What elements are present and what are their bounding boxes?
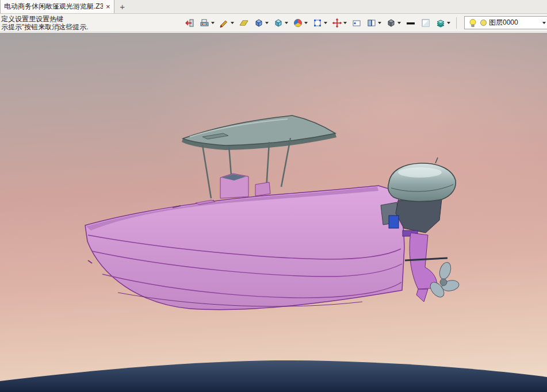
move-target-button[interactable] [330, 16, 349, 30]
render-icon [200, 18, 210, 28]
line-width-icon [406, 18, 416, 28]
view-toolbar: 定义设置里设置热键 示提示"按钮来取消这些提示. [0, 14, 547, 32]
document-tab-bar: 电动商务休闲敞篷观光游览艇.Z3 × + [0, 0, 547, 14]
exit-icon [185, 18, 195, 28]
cad-application-window: 电动商务休闲敞篷观光游览艇.Z3 × + 定义设置里设置热键 示提示"按钮来取消… [0, 0, 547, 392]
color-wheel-button[interactable] [291, 16, 309, 30]
hint-line-2: 示提示"按钮来取消这些提示. [1, 23, 89, 31]
view-cube-button[interactable] [384, 16, 403, 30]
document-tab-title: 电动商务休闲敞篷观光游览艇.Z3 [4, 2, 103, 11]
view-cube-icon [386, 18, 396, 28]
shaded-cube-button[interactable] [271, 16, 290, 30]
tab-close-icon[interactable]: × [106, 3, 110, 10]
ground-plane [0, 360, 547, 392]
surface-icon [239, 18, 249, 28]
color-wheel-icon [293, 18, 303, 28]
layers-icon [435, 18, 446, 28]
move-target-icon [332, 18, 342, 28]
layers-button[interactable] [434, 16, 452, 30]
chevron-down-icon[interactable] [304, 22, 308, 24]
shaded-cube-icon [273, 18, 284, 28]
brush-icon [219, 18, 229, 28]
new-tab-button[interactable]: + [114, 1, 131, 13]
chevron-down-icon[interactable] [324, 22, 327, 24]
boat-hull [85, 186, 404, 310]
chevron-down-icon[interactable] [231, 22, 234, 24]
boat-model[interactable] [85, 116, 460, 310]
solid-cube-icon [254, 18, 264, 28]
hotkey-hint-text: 定义设置里设置热键 示提示"按钮来取消这些提示. [1, 15, 89, 31]
frame-button[interactable] [350, 16, 364, 30]
section-button[interactable] [365, 16, 383, 30]
pick-box-button[interactable] [311, 16, 329, 30]
exit-button[interactable] [183, 16, 197, 30]
chevron-down-icon[interactable] [447, 22, 450, 24]
document-tab[interactable]: 电动商务休闲敞篷观光游览艇.Z3 × [0, 0, 114, 13]
toolbar-separator [456, 17, 457, 29]
frame-icon [351, 18, 362, 28]
layer-select[interactable]: 图层0000 [464, 16, 547, 29]
surface-button[interactable] [237, 16, 251, 30]
chevron-down-icon[interactable] [378, 22, 381, 24]
layer-select-value: 图层0000 [489, 18, 518, 28]
brush-button[interactable] [217, 16, 236, 30]
chevron-down-icon[interactable] [211, 22, 215, 24]
toolbar-buttons: 图层0000 [183, 16, 547, 30]
chevron-down-icon[interactable] [285, 22, 288, 24]
hint-line-1: 定义设置里设置热键 [1, 15, 89, 23]
chevron-down-icon[interactable] [397, 22, 401, 24]
pick-box-icon [312, 18, 323, 28]
bulb-icon[interactable] [468, 18, 478, 28]
chevron-down-icon[interactable] [542, 22, 546, 24]
line-width-button[interactable] [404, 16, 418, 30]
background-icon [420, 18, 431, 28]
viewport-canvas[interactable] [0, 33, 547, 392]
solid-cube-button[interactable] [252, 16, 270, 30]
chevron-down-icon[interactable] [265, 22, 269, 24]
layer-color-swatch[interactable] [480, 20, 487, 26]
chevron-down-icon[interactable] [343, 22, 347, 24]
background-button[interactable] [419, 16, 433, 30]
section-icon [366, 18, 377, 28]
render-button[interactable] [198, 16, 216, 30]
